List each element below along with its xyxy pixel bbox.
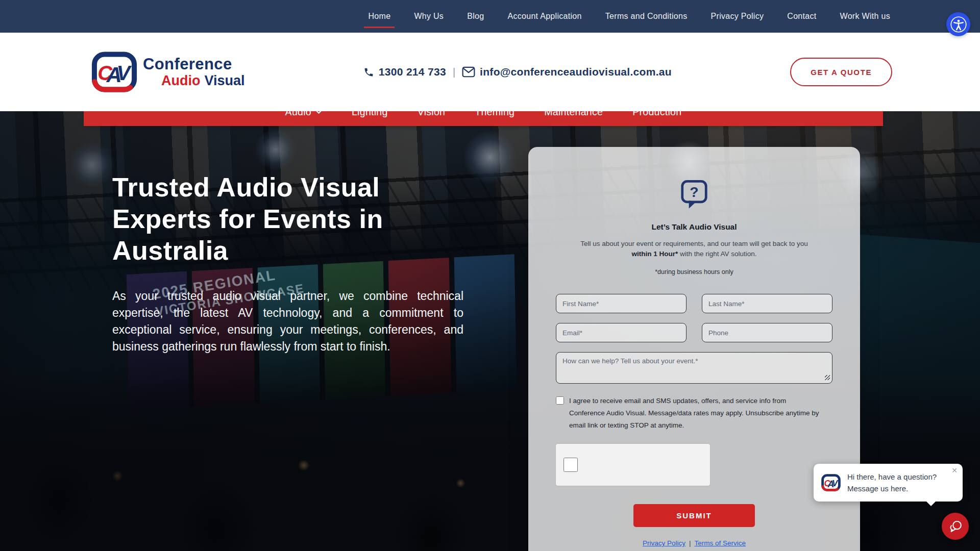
contact-divider: | xyxy=(453,66,455,78)
topnav-why-us[interactable]: Why Us xyxy=(414,12,444,21)
form-title: Let’s Talk Audio Visual xyxy=(651,222,737,232)
chat-bubble-tail xyxy=(926,501,936,506)
chat-message-line1: Hi there, have a question? xyxy=(847,471,937,483)
last-name-input[interactable] xyxy=(702,294,832,313)
question-bubble-icon: ? xyxy=(680,180,708,211)
header-contact: 1300 214 733 | info@conferenceaudiovisua… xyxy=(363,66,672,78)
phone-icon xyxy=(363,67,374,78)
captcha-box xyxy=(556,444,710,486)
email-address: info@conferenceaudiovisual.com.au xyxy=(480,66,672,78)
email-link[interactable]: info@conferenceaudiovisual.com.au xyxy=(462,66,672,78)
first-name-input[interactable] xyxy=(556,294,687,313)
chat-prompt-bubble[interactable]: C A V Hi there, have a question? Message… xyxy=(814,464,963,502)
topnav-work-with-us[interactable]: Work With us xyxy=(840,12,890,21)
page: Home Why Us Blog Account Application Ter… xyxy=(0,0,980,551)
hero-paragraph: As your trusted audio visual partner, we… xyxy=(112,288,463,355)
privacy-policy-link[interactable]: Privacy Policy xyxy=(643,539,685,547)
hero-heading: Trusted Audio Visual Experts for Events … xyxy=(112,171,449,266)
consent-checkbox[interactable] xyxy=(556,396,564,405)
message-field-wrap xyxy=(556,352,832,384)
logo-word-visual: Visual xyxy=(204,73,244,88)
topnav-home[interactable]: Home xyxy=(368,12,390,21)
email-icon xyxy=(462,66,475,78)
accessibility-icon xyxy=(950,16,967,33)
topnav-privacy[interactable]: Privacy Policy xyxy=(711,12,764,21)
logo[interactable]: C A V Conference AudioVisual xyxy=(91,52,245,92)
phone-number: 1300 214 733 xyxy=(379,66,446,78)
links-separator: | xyxy=(689,539,691,547)
chat-message: Hi there, have a question? Message us he… xyxy=(847,471,937,494)
hero-copy: Trusted Audio Visual Experts for Events … xyxy=(112,171,463,355)
topnav-account-application[interactable]: Account Application xyxy=(507,12,581,21)
form-fields xyxy=(556,294,832,384)
svg-text:V: V xyxy=(832,479,839,488)
topnav-contact[interactable]: Contact xyxy=(787,12,816,21)
form-intro-part1: Tell us about your event or requirements… xyxy=(580,240,808,247)
submit-button[interactable]: SUBMIT xyxy=(633,504,755,527)
chat-launcher-button[interactable] xyxy=(942,513,969,540)
consent-row: I agree to receive email and SMS updates… xyxy=(556,395,832,432)
chat-cav-logo-icon: C A V xyxy=(821,473,841,492)
consent-label: I agree to receive email and SMS updates… xyxy=(569,395,820,432)
captcha-checkbox[interactable] xyxy=(564,458,578,472)
topnav-terms[interactable]: Terms and Conditions xyxy=(605,12,688,21)
logo-wordmark: Conference AudioVisual xyxy=(143,56,245,88)
logo-word-conference: Conference xyxy=(143,56,245,73)
form-note: *during business hours only xyxy=(655,268,733,276)
form-intro: Tell us about your event or requirements… xyxy=(574,239,815,259)
topnav-blog[interactable]: Blog xyxy=(467,12,484,21)
accessibility-button[interactable] xyxy=(946,12,970,36)
get-a-quote-button[interactable]: GET A QUOTE xyxy=(790,58,892,86)
cav-logo-icon: C A V xyxy=(91,52,138,92)
phone-link[interactable]: 1300 214 733 xyxy=(363,66,446,78)
form-intro-bold: within 1 Hour* xyxy=(631,250,678,258)
chat-close-icon[interactable]: ✕ xyxy=(951,466,958,474)
email-input[interactable] xyxy=(556,323,687,342)
terms-of-service-link[interactable]: Terms of Service xyxy=(695,539,746,547)
top-utility-nav: Home Why Us Blog Account Application Ter… xyxy=(0,0,980,33)
chat-message-line2: Message us here. xyxy=(847,483,937,494)
message-textarea[interactable] xyxy=(556,352,832,384)
svg-text:?: ? xyxy=(690,184,698,200)
chat-bubbles-icon xyxy=(948,519,963,534)
phone-input[interactable] xyxy=(702,323,832,342)
header: C A V Conference AudioVisual 1300 214 73… xyxy=(0,33,980,111)
form-intro-part2: with the right AV solution. xyxy=(678,250,756,258)
logo-word-audio: Audio xyxy=(161,73,200,88)
form-footer-links: Privacy Policy | Terms of Service xyxy=(643,539,746,547)
svg-text:V: V xyxy=(117,62,132,84)
contact-form-card: ? Let’s Talk Audio Visual Tell us about … xyxy=(528,147,860,551)
